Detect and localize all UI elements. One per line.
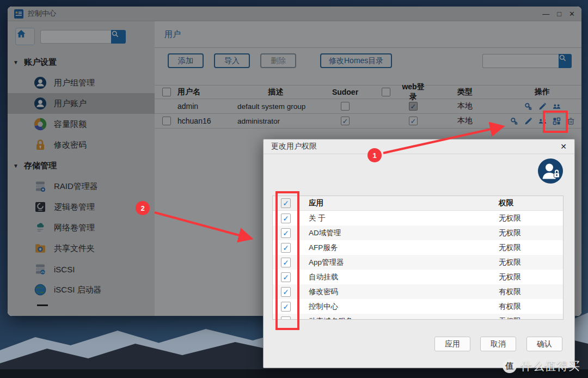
permission-row: ✓AFP服务无权限 — [273, 240, 563, 255]
watermark: 值 什么值得买 — [503, 358, 580, 374]
permission-row: ✓关 于无权限 — [273, 211, 563, 225]
permission-value: 有权限 — [499, 287, 563, 297]
dialog-titlebar: 更改用户权限 ✕ — [264, 139, 574, 154]
confirm-button[interactable]: 确认 — [526, 337, 562, 351]
permission-row: ✓App管理器无权限 — [273, 255, 563, 270]
dialog-title: 更改用户权限 — [271, 142, 317, 151]
watermark-text: 什么值得买 — [520, 358, 580, 374]
permissions-table-header: ✓应用权限 — [273, 196, 563, 211]
app-name: 动态域名服务 — [299, 316, 499, 320]
annotation-box-checkbox-column — [275, 191, 299, 330]
annotation-step-2: 2 — [136, 201, 150, 215]
permission-row: ✓动态域名服务无权限 — [273, 314, 563, 320]
user-avatar-lock-icon — [537, 158, 564, 184]
annotation-box-permissions-icon — [543, 111, 568, 133]
mountain-base — [0, 369, 588, 378]
permission-value: 无权限 — [499, 258, 563, 267]
permission-row: ✓修改密码有权限 — [273, 284, 563, 299]
permission-value: 无权限 — [499, 243, 563, 253]
app-name: AD域管理 — [299, 228, 499, 238]
app-name: 修改密码 — [299, 287, 499, 297]
change-permissions-dialog: 更改用户权限 ✕ ✓应用权限✓关 于无权限✓AD域管理无权限✓AFP服务无权限✓… — [263, 139, 575, 368]
annotation-step-1: 1 — [367, 148, 382, 162]
permission-row: ✓AD域管理无权限 — [273, 225, 563, 240]
cancel-button[interactable]: 取消 — [480, 337, 516, 351]
permission-value: 无权限 — [499, 316, 563, 320]
app-name: AFP服务 — [299, 243, 499, 253]
app-name: 自动挂载 — [299, 272, 499, 282]
app-name: 关 于 — [299, 214, 499, 223]
permission-row: ✓控制中心有权限 — [273, 299, 563, 314]
permission-value: 无权限 — [499, 228, 563, 238]
permission-value: 有权限 — [499, 302, 563, 312]
avatar-lock-icon — [537, 158, 564, 184]
watermark-badge-icon: 值 — [503, 359, 517, 373]
app-name: 控制中心 — [299, 302, 499, 312]
dialog-close-icon[interactable]: ✕ — [560, 142, 567, 151]
app-column-header: 应用 — [299, 198, 499, 208]
apply-button[interactable]: 应用 — [434, 337, 470, 351]
permissions-table: ✓应用权限✓关 于无权限✓AD域管理无权限✓AFP服务无权限✓App管理器无权限… — [272, 196, 564, 320]
app-name: App管理器 — [299, 258, 499, 267]
permission-value: 无权限 — [499, 272, 563, 282]
permission-row: ✓自动挂载无权限 — [273, 270, 563, 284]
permission-column-header: 权限 — [499, 198, 563, 208]
permission-value: 无权限 — [499, 214, 563, 223]
